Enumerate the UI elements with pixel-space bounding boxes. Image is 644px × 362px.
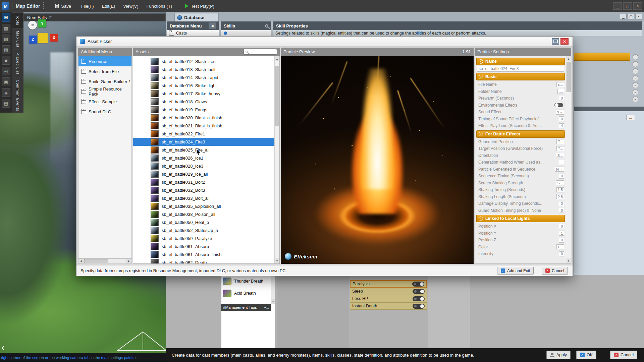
particle-preview-canvas[interactable]: Effekseer — [281, 56, 474, 264]
asset-row[interactable]: sb_ef_battle033_Bolt_all — [133, 194, 274, 202]
asset-row[interactable]: sb_ef_battle035_Explosion_all — [133, 202, 274, 210]
asset-row[interactable]: sb_ef_battle012_Slash_ice — [133, 57, 274, 65]
menu-item[interactable]: Resource — [78, 56, 131, 66]
dialog-restore-icon[interactable] — [552, 38, 559, 45]
asset-row[interactable]: sb_ef_battle059_Paralyze — [133, 234, 274, 242]
toggle-switch[interactable] — [412, 282, 424, 287]
setting-value[interactable]: 4 — [559, 123, 564, 128]
skills-scrollbar[interactable]: ▼ — [271, 275, 275, 304]
asset-row[interactable]: sb_ef_battle061_Absorb — [133, 242, 274, 250]
menu-item[interactable]: Sound DLC — [78, 107, 131, 117]
asset-row[interactable]: sb_ef_battle013_Slash_bolt — [133, 65, 274, 73]
add-and-exit-button[interactable]: ✓ Add and Exit — [497, 267, 534, 275]
pen-tool-icon[interactable]: ▨ — [2, 35, 10, 43]
setting-value[interactable]: 1.5 — [556, 187, 564, 192]
setting-value[interactable]: 0 — [559, 96, 564, 101]
settings-scroll-thumb[interactable] — [567, 62, 571, 92]
remove-item-button[interactable]: − — [633, 89, 638, 95]
gizmo-x-axis[interactable]: X — [50, 34, 58, 42]
asset-row[interactable]: sb_ef_battle062_Death — [133, 258, 274, 264]
remove-item-button[interactable]: − — [633, 82, 638, 88]
menu-functions[interactable]: Functions (T) — [143, 2, 176, 10]
asset-row[interactable]: sb_ef_battle022_Fire1 — [133, 130, 274, 138]
gizmo-z-axis[interactable]: Z — [29, 36, 37, 44]
side-tab-map-list[interactable]: Map List — [12, 28, 23, 50]
settings-section-header[interactable]: ✓Basic — [476, 73, 565, 80]
asset-name-field[interactable]: sb_ef_battle024_Fire3 — [477, 66, 564, 72]
asset-row[interactable]: sb_ef_battle032_Bolt3 — [133, 186, 274, 194]
setting-value[interactable]: s→ — [556, 110, 565, 115]
settings-section-header[interactable]: ✓For Battle Effects — [476, 130, 565, 138]
toggle-switch[interactable] — [413, 296, 425, 301]
asset-row[interactable]: sb_ef_battle014_Slash_rapid — [133, 73, 274, 81]
stamp-tool-icon[interactable]: ▣ — [2, 77, 10, 86]
scroll-down-icon[interactable]: ▼ — [566, 258, 571, 263]
pick-tool-icon[interactable]: ◈ — [2, 88, 10, 97]
menu-view[interactable]: View(V) — [119, 2, 142, 10]
setting-value[interactable]: F... — [556, 244, 564, 249]
asset-row[interactable]: sb_ef_battle031_Bolt2 — [133, 178, 274, 186]
logo-icon[interactable]: M — [2, 13, 10, 22]
asset-row[interactable]: sb_ef_battle050_Heal_b — [133, 218, 274, 226]
setting-value[interactable] — [559, 160, 564, 165]
scroll-down-icon[interactable]: ▼ — [275, 258, 279, 263]
management-tags-bar[interactable]: #Management Tags +... — [221, 304, 271, 311]
setting-value[interactable]: 0 — [559, 238, 564, 243]
setting-value[interactable]: S... — [556, 153, 564, 158]
db-close-icon[interactable]: × — [635, 14, 642, 19]
scroll-down-icon[interactable]: ▼ — [271, 299, 275, 304]
menu-item[interactable]: Select from File — [78, 66, 131, 76]
asset-row[interactable]: sb_ef_battle019_Fangs — [133, 106, 274, 114]
remove-item-button[interactable]: − — [633, 68, 638, 74]
db-minimize-icon[interactable]: ▁ — [620, 14, 627, 19]
toggle-switch[interactable] — [413, 304, 425, 309]
toggle-switch[interactable] — [413, 289, 425, 294]
settings-section-header[interactable]: ✓Linked to Local Lights — [476, 215, 565, 222]
settings-section-header[interactable]: ✓Name — [476, 58, 565, 65]
save-button[interactable]: Save — [52, 2, 74, 10]
scroll-up-icon[interactable]: ▲ — [566, 56, 571, 61]
tab-database[interactable]: Database — [174, 13, 219, 21]
menu-edit[interactable]: Edit(E) — [98, 2, 119, 10]
side-tab-tools[interactable]: Tools — [12, 13, 23, 28]
apply-button[interactable]: Apply — [546, 351, 571, 359]
setting-value[interactable]: s... — [556, 82, 564, 87]
circle-tool-icon[interactable]: ◎ — [2, 67, 10, 75]
gizmo-y-axis[interactable]: Y — [38, 19, 46, 27]
setting-value[interactable]: 0 — [559, 208, 564, 213]
asset-row[interactable]: sb_ef_battle024_Fire3 — [133, 138, 274, 146]
setting-value[interactable]: 0 — [559, 201, 564, 206]
ok-button[interactable]: ✓ OK — [576, 351, 596, 359]
shape-tool-icon[interactable]: ◆ — [2, 56, 10, 65]
setting-value[interactable]: 1 — [559, 231, 564, 236]
hscroll-thumb[interactable] — [84, 259, 108, 263]
status-row[interactable]: Less HP — [350, 295, 427, 302]
dialog-titlebar[interactable]: Asset Picker × — [76, 37, 573, 47]
additional-menu-hscrollbar[interactable]: ◀ ▶ — [78, 258, 132, 264]
side-tab-common-events[interactable]: Common Events — [12, 77, 23, 113]
map-menu-icon[interactable]: ≡ — [28, 21, 37, 29]
menu-file[interactable]: File(F) — [77, 2, 98, 10]
asset-row[interactable]: sb_ef_battle025_Fire_all — [133, 146, 274, 154]
asset-row[interactable]: sb_ef_battle029_Ice_all — [133, 170, 274, 178]
asset-row[interactable]: sb_ef_battle020_Blast_a_finish — [133, 114, 274, 122]
setting-value[interactable]: N→ — [555, 167, 564, 172]
asset-row[interactable]: sb_ef_battle021_Blast_b_finish — [133, 122, 274, 130]
asset-search-input[interactable] — [244, 49, 277, 55]
asset-row[interactable]: sb_ef_battle028_Ice3 — [133, 162, 274, 170]
side-tab-placed-list[interactable]: Placed List — [12, 50, 23, 77]
remove-item-button[interactable]: − — [633, 54, 638, 60]
remove-item-button[interactable]: − — [633, 75, 638, 81]
setting-value[interactable]: 0 — [559, 251, 564, 256]
search-icon[interactable] — [265, 24, 268, 27]
asset-row[interactable]: sb_ef_battle061_Absorb_finish — [133, 250, 274, 258]
asset-row[interactable]: sb_ef_battle017_Strike_heavy — [133, 89, 274, 98]
asset-row[interactable]: sb_ef_battle038_Poison_all — [133, 210, 274, 218]
settings-scrollbar[interactable]: ▲ ▼ — [566, 56, 571, 263]
setting-value[interactable]: 0 — [559, 116, 564, 121]
browse-button[interactable]: ... — [626, 115, 635, 120]
remove-item-button[interactable]: − — [633, 97, 638, 102]
setting-value[interactable]: 2.8 — [556, 194, 564, 199]
scroll-up-icon[interactable]: ▲ — [275, 56, 279, 61]
scroll-left-icon[interactable]: ❮ — [1, 345, 5, 350]
